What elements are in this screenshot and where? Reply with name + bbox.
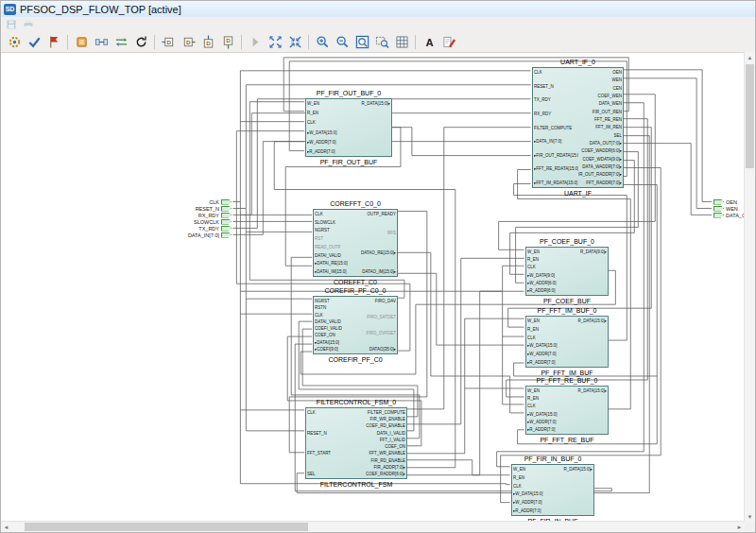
pin-DATAO_RE[15:0][interactable]: DATAO_RE[15:0]▸ <box>361 250 396 255</box>
block-PF_FFT_IM_BUF[interactable]: PF_FFT_IM_BUF_0W_ENR_ENCLK▸W_DATA[15:0]▸… <box>525 306 609 376</box>
block-body[interactable]: CLKRESET_NFFT_STARTSELFILTER_COMPUTEFIR_… <box>305 407 407 479</box>
block-body[interactable]: CLKRESET_NTX_RDYRX_RDYFILTER_COMPUTE▸DAT… <box>532 67 624 188</box>
grid-icon[interactable] <box>392 34 411 51</box>
pin-R_DATA[15:0][interactable]: R_DATA[15:0]▸ <box>577 318 607 323</box>
pin-FFT_I_VALID[interactable]: FFT_I_VALID <box>380 438 405 442</box>
pin-R_DATA[15:0][interactable]: R_DATA[15:0]▸ <box>563 467 593 472</box>
block-PF_FIR_OUT_BUF[interactable]: PF_FIR_OUT_BUF_0W_ENR_ENCLK▸W_DATA[15:0]… <box>305 89 392 165</box>
port-TX_RDY[interactable]: TX_RDY <box>198 226 232 232</box>
pin-READ_OUTP[interactable]: READ_OUTP <box>315 245 348 249</box>
dff-in-icon[interactable]: D <box>159 34 178 51</box>
pin-OEN[interactable]: OEN <box>612 70 622 75</box>
pin-W_DATA[15:0][interactable]: ▸W_DATA[15:0] <box>513 491 543 496</box>
port-WEN[interactable]: WEN <box>713 206 738 212</box>
vertical-scrollbar[interactable]: ▲ ▼ <box>744 52 755 522</box>
text-icon[interactable]: A <box>420 34 438 51</box>
pin-FIRO_OVFDET[interactable]: FIRO_OVFDET <box>366 331 396 335</box>
pin-W_ADDR[7:0][interactable]: ▸W_ADDR[7:0] <box>307 140 337 145</box>
route-icon[interactable] <box>246 34 265 51</box>
pin-W_DATA[15:0][interactable]: ▸W_DATA[15:0] <box>527 343 558 348</box>
pin-W_EN[interactable]: W_EN <box>527 388 558 393</box>
pin-DATA_OUT[7:0][interactable]: DATA_OUT[7:0]▸ <box>590 141 622 146</box>
pin-FIRO_DAV[interactable]: FIRO_DAV <box>375 299 396 303</box>
pin-COEF_ON[interactable]: COEF_ON <box>385 444 405 449</box>
pin-CLK[interactable]: CLK <box>307 120 337 125</box>
pin-DATAI_VALID[interactable]: DATAI_VALID <box>315 253 348 258</box>
pin-FFT_IM_RDATA[15:0][interactable]: ▸FFT_IM_RDATA[15:0] <box>534 181 578 185</box>
block-FILTERCONTROL_FSM[interactable]: FILTERCONTROL_FSM_0CLKRESET_NFFT_STARTSE… <box>305 398 407 488</box>
pin-DATAI_IM[15:0][interactable]: ▸DATAI_IM[15:0] <box>315 269 348 274</box>
port-RX_RDY[interactable]: RX_RDY <box>198 213 232 218</box>
pin-CLK[interactable]: CLK <box>527 265 557 269</box>
pin-RST[interactable]: RST <box>315 236 348 241</box>
pin-DATAI_RE[15:0][interactable]: ▸DATAI_RE[15:0] <box>315 261 348 266</box>
pin-DATAO[35:0][interactable]: DATAO[35:0]▸ <box>369 347 396 352</box>
pin-SEL[interactable]: SEL <box>613 133 622 138</box>
pin-CLK[interactable]: CLK <box>527 335 558 340</box>
pin-CLK[interactable]: CLK <box>527 404 558 408</box>
pin-RESET_N[interactable]: RESET_N <box>307 431 331 436</box>
pin-OUTP_READY[interactable]: OUTP_READY <box>367 212 396 216</box>
pin-CLK[interactable]: CLK <box>513 484 543 489</box>
pin-TX_RDY[interactable]: TX_RDY <box>534 97 578 102</box>
pin-COEF_WADDR[6:0][interactable]: COEF_WADDR[6:0]▸ <box>581 148 622 153</box>
pin-COEFI[9:0][interactable]: ▸COEFI[9:0] <box>315 347 342 352</box>
pin-R_EN[interactable]: R_EN <box>513 475 543 480</box>
port-OEN[interactable]: OEN <box>713 199 737 205</box>
pin-W_ADDR[7:0][interactable]: ▸W_ADDR[7:0] <box>527 420 558 424</box>
pin-DATA_IN[7:0][interactable]: ▸DATA_IN[7:0] <box>534 139 578 144</box>
block-body[interactable]: W_ENR_ENCLK▸W_DATA[9:0]▸W_ADDR[6:0]▸R_AD… <box>525 247 609 296</box>
pin-R_ADDR[6:0][interactable]: ▸R_ADDR[6:0] <box>527 288 557 293</box>
block-body[interactable]: W_ENR_ENCLK▸W_DATA[15:0]▸W_ADDR[7:0]▸R_A… <box>305 98 392 157</box>
pin-CLK[interactable]: CLK <box>315 212 348 216</box>
print-icon[interactable] <box>21 18 36 31</box>
block-UART_IF[interactable]: UART_IF_0CLKRESET_NTX_RDYRX_RDYFILTER_CO… <box>532 58 624 197</box>
port-RESET_N[interactable]: RESET_N <box>196 206 232 212</box>
pin-DATAO_IM[15:0][interactable]: DATAO_IM[15:0]▸ <box>362 269 396 274</box>
pin-R_ADDR[7:0][interactable]: ▸R_ADDR[7:0] <box>307 149 337 154</box>
block-COREFIR_PF_C0[interactable]: COREFIR_PF_C0_0NGRSTRSTNCLKDATAI_VALIDCO… <box>313 286 398 363</box>
pin-COEF_WDATA[9:0][interactable]: COEF_WDATA[9:0]▸ <box>582 157 622 162</box>
pin-R_ADDR[7:0][interactable]: ▸R_ADDR[7:0] <box>527 360 558 365</box>
pin-R_DATA[15:0][interactable]: R_DATA[15:0]▸ <box>577 388 607 393</box>
pin-FILTER_COMPUTE[interactable]: FILTER_COMPUTE <box>534 126 578 130</box>
reload-icon[interactable] <box>131 34 150 51</box>
pin-FILTER_COMPUTE[interactable]: FILTER_COMPUTE <box>368 410 405 415</box>
port-CLK[interactable]: CLK <box>209 199 232 205</box>
pin-RX_RDY[interactable]: RX_RDY <box>534 112 578 116</box>
pin-COEF_RADDR[6:0][interactable]: COEF_RADDR[6:0]▸ <box>366 472 405 476</box>
dff-up-icon[interactable]: D <box>198 34 217 51</box>
pin-CLK[interactable]: CLK <box>534 70 578 75</box>
port-DATA_IN[7:0][interactable]: DATA_IN[7:0] <box>188 232 232 238</box>
pin-R_DATA[9:0][interactable]: R_DATA[9:0]▸ <box>580 249 607 254</box>
pin-R_ADDR[7:0][interactable]: ▸R_ADDR[7:0] <box>527 427 558 432</box>
block-PF_FIR_IN_BUF[interactable]: PF_FIR_IN_BUF_0W_ENR_ENCLK▸W_DATA[15:0]▸… <box>511 455 594 524</box>
pin-COEF_WEN[interactable]: COEF_WEN <box>597 94 622 98</box>
block-body[interactable]: W_ENR_ENCLK▸W_DATA[15:0]▸W_ADDR[7:0]▸R_A… <box>511 464 594 516</box>
expand-icon[interactable] <box>266 34 284 51</box>
zoom-in-icon[interactable] <box>313 34 332 51</box>
pin-CLK[interactable]: CLK <box>315 313 342 318</box>
pin-FFT_RADDR[7:0][interactable]: FFT_RADDR[7:0]▸ <box>586 181 622 185</box>
pin-FIR_WR_ENABLE[interactable]: FIR_WR_ENABLE <box>369 417 405 421</box>
pin-W_ADDR[7:0][interactable]: ▸W_ADDR[7:0] <box>513 500 543 505</box>
zoom-window-icon[interactable] <box>372 34 391 51</box>
pin-COEFI_VALID[interactable]: COEFI_VALID <box>315 326 342 331</box>
pin-R_EN[interactable]: R_EN <box>527 396 558 401</box>
generate-icon[interactable] <box>5 34 24 51</box>
pin-COEF_RD_ENABLE[interactable]: COEF_RD_ENABLE <box>366 423 405 428</box>
pin-DATAI[15:0][interactable]: ▸DATAI[15:0] <box>315 340 342 345</box>
block-COREFFT_C0[interactable]: COREFFT_C0_0CLKSLOWCLKNGRSTRSTREAD_OUTPD… <box>313 199 398 285</box>
pin-DATA_I_VALID[interactable]: DATA_I_VALID <box>377 431 405 436</box>
pin-W_ADDR[7:0][interactable]: ▸W_ADDR[7:0] <box>527 352 558 356</box>
memory-icon[interactable] <box>72 34 91 51</box>
scroll-left-icon[interactable]: ◄ <box>1 522 11 532</box>
pin-W_DATA[15:0][interactable]: ▸W_DATA[15:0] <box>307 130 337 135</box>
pin-FFT_START[interactable]: FFT_START <box>307 451 331 456</box>
pin-FIR_RD_ENABLE[interactable]: FIR_RD_ENABLE <box>370 458 405 463</box>
scroll-down-icon[interactable]: ▼ <box>745 511 755 522</box>
port-SLOWCLK[interactable]: SLOWCLK <box>194 219 232 225</box>
dff-out-icon[interactable]: D <box>179 34 198 51</box>
check-icon[interactable] <box>25 34 43 51</box>
pin-R_DATA[15:0][interactable]: R_DATA[15:0]▸ <box>361 101 390 106</box>
